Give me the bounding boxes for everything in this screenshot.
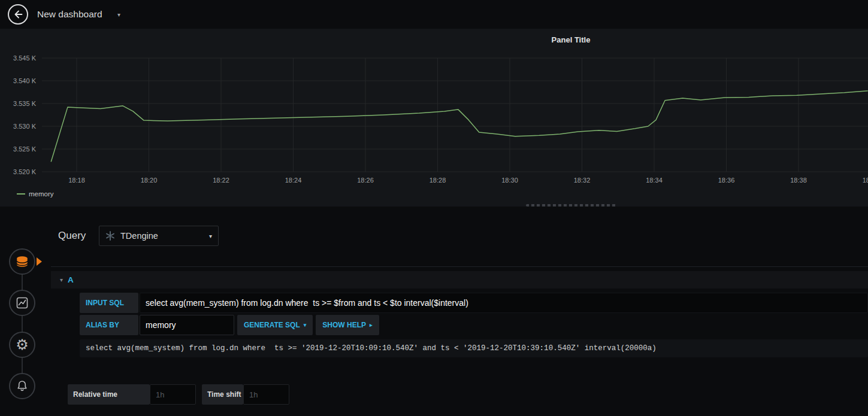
alias-by-field[interactable] — [140, 315, 234, 335]
chart-svg[interactable]: 3.545 K3.540 K3.535 K3.530 K3.525 K3.520… — [0, 29, 868, 207]
collapse-caret-icon: ▾ — [60, 277, 63, 283]
svg-text:18:32: 18:32 — [574, 177, 591, 184]
datasource-name: TDengine — [120, 231, 209, 241]
input-sql-row: INPUT SQL — [80, 293, 868, 313]
datasource-picker[interactable]: TDengine ▾ — [99, 226, 219, 246]
generate-sql-button-label: GENERATE SQL — [244, 315, 300, 335]
svg-text:18:36: 18:36 — [718, 177, 735, 184]
svg-text:3.540 K: 3.540 K — [13, 77, 37, 84]
bell-icon — [16, 379, 29, 393]
time-shift-field[interactable] — [243, 384, 289, 405]
svg-text:3.525 K: 3.525 K — [13, 145, 37, 153]
generate-sql-button[interactable]: GENERATE SQL ▾ — [237, 315, 313, 335]
svg-text:18:30: 18:30 — [501, 177, 518, 184]
divider — [51, 266, 868, 267]
chart-icon — [16, 296, 29, 309]
alias-by-row: ALIAS BY GENERATE SQL ▾ SHOW HELP ▸ — [80, 315, 379, 335]
svg-text:3.520 K: 3.520 K — [13, 168, 37, 175]
query-options-row: Relative time Time shift — [68, 384, 289, 405]
database-icon — [15, 255, 29, 268]
svg-text:3.530 K: 3.530 K — [13, 123, 37, 130]
caret-down-icon[interactable]: ▾ — [117, 0, 120, 29]
show-help-button-label: SHOW HELP — [322, 315, 366, 335]
input-sql-field[interactable] — [140, 293, 868, 313]
legend-series-swatch — [17, 193, 25, 195]
svg-text:18:28: 18:28 — [430, 177, 446, 184]
grafana-screen: New dashboard ▾ 3.545 K3.540 K3.535 K3.5… — [0, 0, 868, 416]
legend-item-memory[interactable]: memory — [17, 190, 54, 198]
alias-by-label: ALIAS BY — [80, 315, 138, 335]
svg-text:18:38: 18:38 — [790, 177, 807, 184]
legend-series-label: memory — [29, 190, 54, 198]
tab-visualization[interactable] — [9, 290, 35, 316]
relative-time-field[interactable] — [150, 384, 196, 405]
graph-panel: 3.545 K3.540 K3.535 K3.530 K3.525 K3.520… — [0, 29, 868, 207]
query-row-header[interactable]: ▾ A — [51, 271, 868, 289]
caret-right-icon: ▸ — [370, 315, 373, 335]
input-sql-label: INPUT SQL — [80, 293, 138, 313]
generated-sql-preview: select avg(mem_system) from log.dn where… — [80, 339, 868, 357]
svg-text:18:24: 18:24 — [285, 177, 302, 184]
dashboard-title[interactable]: New dashboard — [37, 0, 102, 29]
svg-text:3.545 K: 3.545 K — [13, 54, 37, 62]
panel-editor: ⚙ Query TDengine ▾ ▾ A INPUT SQL — [0, 207, 868, 416]
time-shift-label: Time shift — [202, 384, 243, 405]
tab-alert[interactable] — [9, 373, 35, 399]
tab-queries[interactable] — [9, 248, 35, 275]
back-button[interactable] — [8, 4, 28, 25]
query-ref-id: A — [68, 275, 74, 284]
svg-text:18:26: 18:26 — [357, 177, 374, 184]
caret-down-icon: ▾ — [304, 315, 307, 335]
tdengine-star-icon — [105, 231, 115, 241]
tab-connector-line — [22, 262, 23, 386]
svg-text:18:22: 18:22 — [213, 177, 229, 184]
panel-title[interactable]: Panel Title — [552, 35, 591, 44]
relative-time-label: Relative time — [68, 384, 150, 405]
arrow-left-icon — [13, 9, 23, 20]
svg-text:18:34: 18:34 — [646, 177, 663, 184]
show-help-button[interactable]: SHOW HELP ▸ — [316, 315, 379, 335]
query-section-title: Query — [58, 226, 86, 246]
gear-icon: ⚙ — [16, 338, 29, 352]
active-tab-arrow-icon — [37, 257, 42, 266]
caret-down-icon: ▾ — [209, 233, 212, 239]
svg-text:18:18: 18:18 — [68, 177, 85, 184]
svg-text:18:20: 18:20 — [141, 177, 158, 184]
svg-text:3.535 K: 3.535 K — [13, 100, 37, 107]
top-bar: New dashboard ▾ — [0, 0, 868, 29]
svg-text:18:40: 18:40 — [863, 177, 868, 184]
tab-general[interactable]: ⚙ — [9, 332, 35, 358]
